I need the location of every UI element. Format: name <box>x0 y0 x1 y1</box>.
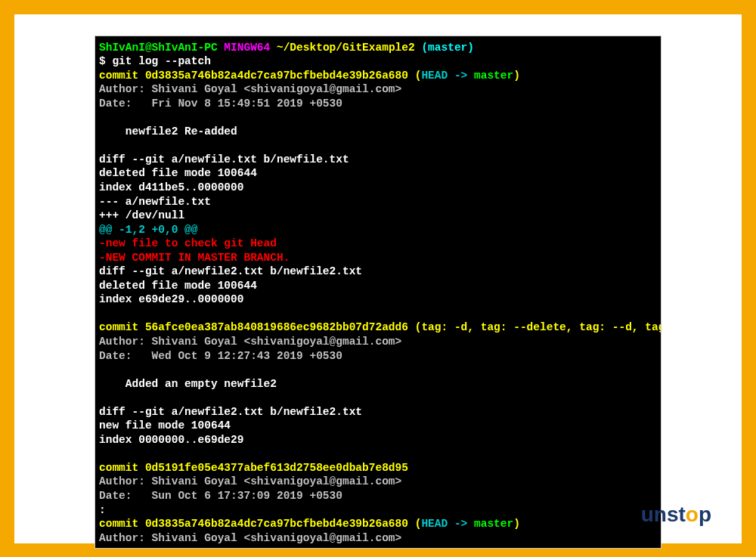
commit4-hash: commit 0d3835a746b82a4dc7ca97bcfbebd4e39… <box>99 518 408 530</box>
commit2-hash: commit 56afce0ea387ab840819686ec9682bb07… <box>99 321 408 333</box>
terminal-window[interactable]: ShIvAnI@ShIvAnI-PC MINGW64 ~/Desktop/Git… <box>94 36 662 549</box>
diff2-index: index e69de29..0000000 <box>99 293 243 305</box>
command-line: $ git log --patch <box>99 55 211 67</box>
commit1-hash: commit 0d3835a746b82a4dc7ca97bcfbebd4e39… <box>99 70 408 82</box>
commit2-message: Added an empty newfile2 <box>99 378 277 390</box>
diff1-rem1: -new file to check git Head <box>99 237 277 249</box>
commit2-diff-header: diff --git a/newfile2.txt b/newfile2.txt <box>99 406 362 418</box>
commit3-hash: commit 0d5191fe05e4377abef613d2758ee0dba… <box>99 462 408 474</box>
commit1-date: Date: Fri Nov 8 15:49:51 2019 +0530 <box>99 97 342 110</box>
commit2-refs-open: ( <box>408 321 421 333</box>
diff2-del: deleted file mode 100644 <box>99 280 257 292</box>
commit4-author: Author: Shivani Goyal <shivanigoyal@gmai… <box>99 532 401 544</box>
commit3-author: Author: Shivani Goyal <shivanigoyal@gmai… <box>99 475 401 487</box>
diff1-a: --- a/newfile.txt <box>99 196 211 208</box>
pager-colon: : <box>99 504 106 516</box>
commit2-diff-new: new file mode 100644 <box>99 419 231 432</box>
logo-o: o <box>686 503 699 526</box>
commit1-message: newfile2 Re-added <box>99 125 237 138</box>
commit4-refs-close: ) <box>513 518 520 530</box>
commit4-master: master <box>474 518 513 530</box>
commit4-head: HEAD -> <box>421 518 474 530</box>
commit2-tag-d: tag: -d <box>421 321 467 333</box>
commit1-refs-open: ( <box>408 70 421 82</box>
unstop-logo: unstop <box>641 503 711 527</box>
commit2-sep1: , <box>467 321 480 333</box>
prompt-user: ShIvAnI@ShIvAnI-PC <box>99 42 218 54</box>
prompt-branch-open: ( <box>415 42 428 54</box>
commit1-master: master <box>474 70 513 82</box>
commit4-refs-open: ( <box>408 518 421 530</box>
commit1-head: HEAD -> <box>421 70 474 82</box>
commit2-diff-index: index 0000000..e69de29 <box>99 434 243 446</box>
commit1-author: Author: Shivani Goyal <shivanigoyal@gmai… <box>99 83 401 95</box>
commit1-refs-close: ) <box>513 70 520 82</box>
diff1-del: deleted file mode 100644 <box>99 167 257 179</box>
prompt-branch-close: ) <box>467 42 474 54</box>
logo-post: p <box>699 503 711 526</box>
slide-frame: ShIvAnI@ShIvAnI-PC MINGW64 ~/Desktop/Git… <box>14 14 742 543</box>
logo-pre: unst <box>641 503 686 526</box>
diff1-b: +++ /dev/null <box>99 209 184 221</box>
commit2-tag-proj: tag: projectv1.1 <box>645 321 662 333</box>
prompt-path: ~/Desktop/GitExample2 <box>270 42 414 54</box>
commit2-author: Author: Shivani Goyal <shivanigoyal@gmai… <box>99 336 401 348</box>
diff1-header: diff --git a/newfile.txt b/newfile.txt <box>99 153 349 166</box>
commit2-tag-dashd: tag: --d <box>579 321 632 333</box>
diff1-index: index d411be5..0000000 <box>99 181 243 193</box>
commit2-sep2: , <box>566 321 579 333</box>
commit2-date: Date: Wed Oct 9 12:27:43 2019 +0530 <box>99 350 342 362</box>
commit2-sep3: , <box>632 321 645 333</box>
diff1-hunk: @@ -1,2 +0,0 @@ <box>99 224 198 236</box>
diff1-rem2: -NEW COMMIT IN MASTER BRANCH. <box>99 252 290 264</box>
commit2-tag-delete: tag: --delete <box>481 321 566 333</box>
diff2-header: diff --git a/newfile2.txt b/newfile2.txt <box>99 265 362 277</box>
prompt-msys: MINGW64 <box>218 42 271 54</box>
prompt-branch: master <box>428 42 467 54</box>
commit3-date: Date: Sun Oct 6 17:37:09 2019 +0530 <box>99 490 342 502</box>
